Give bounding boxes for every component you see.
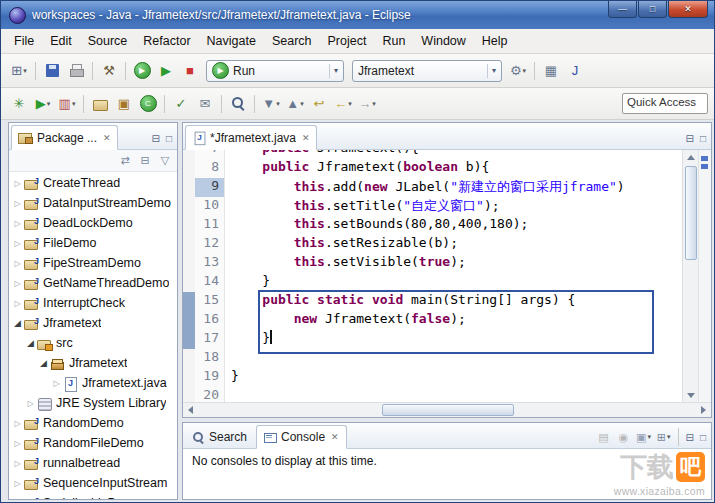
menu-window[interactable]: Window bbox=[413, 31, 473, 51]
mark-task-button[interactable]: ✓ bbox=[170, 93, 192, 115]
maximize-window-button[interactable]: □ bbox=[638, 1, 667, 18]
stop-button[interactable]: ■ bbox=[179, 60, 201, 82]
build-all-button[interactable]: ⚒ bbox=[98, 60, 120, 82]
scroll-up-button[interactable] bbox=[683, 150, 698, 164]
expander-icon[interactable]: ▷ bbox=[11, 179, 24, 188]
horizontal-scroll-thumb[interactable] bbox=[382, 404, 513, 416]
java-perspective-button[interactable]: J bbox=[564, 60, 586, 82]
quick-access-box[interactable]: Quick Access bbox=[622, 93, 708, 114]
link-editor-button[interactable]: ⇄ bbox=[116, 152, 134, 170]
close-icon[interactable]: ✕ bbox=[103, 133, 111, 143]
maximize-view-icon[interactable]: □ bbox=[700, 133, 706, 144]
coverage-button[interactable]: ▥▾ bbox=[56, 93, 78, 115]
new-class-button[interactable]: C bbox=[137, 93, 159, 115]
tree-item-getnamethreaddemo[interactable]: ▷GetNameThreadDemo bbox=[9, 273, 177, 293]
code-line-11[interactable]: 11 this.setBounds(80,80,400,180); bbox=[183, 216, 682, 235]
minimize-window-button[interactable]: — bbox=[608, 1, 637, 18]
clear-console-button[interactable]: ▤ bbox=[595, 428, 613, 446]
last-edit-button[interactable]: ↩ bbox=[308, 93, 330, 115]
titlebar[interactable]: workspaces - Java - Jframetext/src/Jfram… bbox=[1, 1, 714, 29]
tree-item-filedemo[interactable]: ▷FileDemo bbox=[9, 233, 177, 253]
expander-icon[interactable]: ▷ bbox=[11, 459, 24, 468]
tree-item-serializabledemo[interactable]: ▷SerializableDemo bbox=[9, 493, 177, 499]
menu-file[interactable]: File bbox=[6, 31, 42, 51]
menu-refactor[interactable]: Refactor bbox=[135, 31, 198, 51]
code-line-7[interactable]: 7 public Jframetext(){ bbox=[183, 150, 682, 159]
run-history-button[interactable]: ▶▾ bbox=[32, 93, 54, 115]
tab-console[interactable]: Console✕ bbox=[256, 425, 347, 449]
launch-config-combo[interactable]: Jframetext▾ bbox=[352, 60, 502, 82]
tab-search[interactable]: Search bbox=[185, 426, 254, 448]
menu-run[interactable]: Run bbox=[374, 31, 413, 51]
tab-jframetext-java[interactable]: *Jframetext.java ✕ bbox=[185, 125, 317, 150]
menu-edit[interactable]: Edit bbox=[42, 31, 80, 51]
expander-icon[interactable]: ◢ bbox=[37, 358, 50, 368]
tree-item-randomfiledemo[interactable]: ▷RandomFileDemo bbox=[9, 433, 177, 453]
minimize-view-icon[interactable]: ⊟ bbox=[152, 133, 160, 144]
new-package-button[interactable]: ▣ bbox=[113, 93, 135, 115]
tree-item-datainputstreamdemo[interactable]: ▷DataInputStreamDemo bbox=[9, 193, 177, 213]
menu-help[interactable]: Help bbox=[474, 31, 516, 51]
tree-item-randomdemo[interactable]: ▷RandomDemo bbox=[9, 413, 177, 433]
tree-item-deadlockdemo[interactable]: ▷DeadLockDemo bbox=[9, 213, 177, 233]
code-line-10[interactable]: 10 this.setTitle("自定义窗口"); bbox=[183, 197, 682, 216]
tree-item-jframetext-java[interactable]: ▷Jframetext.java bbox=[9, 373, 177, 393]
expander-icon[interactable]: ▷ bbox=[11, 239, 24, 248]
expander-icon[interactable]: ▷ bbox=[11, 499, 24, 500]
vertical-scrollbar[interactable] bbox=[682, 150, 698, 402]
code-line-15[interactable]: 15 public static void main(String[] args… bbox=[183, 292, 682, 311]
menu-navigate[interactable]: Navigate bbox=[199, 31, 264, 51]
scroll-down-button[interactable] bbox=[683, 388, 698, 402]
expander-icon[interactable]: ▷ bbox=[11, 219, 24, 228]
code-area[interactable]: 7 public Jframetext(){8 public Jframetex… bbox=[183, 150, 682, 402]
tree-item-sequenceinputstream[interactable]: ▷SequenceInputStream bbox=[9, 473, 177, 493]
vertical-scroll-thumb[interactable] bbox=[685, 166, 697, 260]
expander-icon[interactable]: ▷ bbox=[11, 299, 24, 308]
code-line-14[interactable]: 14 } bbox=[183, 273, 682, 292]
report-button[interactable]: ✉ bbox=[194, 93, 216, 115]
expander-icon[interactable]: ▷ bbox=[24, 399, 37, 408]
tree-item-jframetext[interactable]: ◢Jframetext bbox=[9, 313, 177, 333]
close-icon[interactable]: ✕ bbox=[302, 133, 310, 143]
tree-item-fipestreamdemo[interactable]: ▷FipeStreamDemo bbox=[9, 253, 177, 273]
ruler-mark[interactable] bbox=[701, 164, 708, 169]
expander-icon[interactable]: ▷ bbox=[50, 379, 63, 388]
code-line-19[interactable]: 19} bbox=[183, 368, 682, 387]
expander-icon[interactable]: ▷ bbox=[11, 259, 24, 268]
print-button[interactable] bbox=[65, 60, 87, 82]
tab-package-explorer[interactable]: Package ... ✕ bbox=[11, 125, 118, 150]
expander-icon[interactable]: ▷ bbox=[11, 199, 24, 208]
minimize-view-icon[interactable]: ⊟ bbox=[686, 432, 694, 443]
prev-annotation-button[interactable]: ▲▾ bbox=[284, 93, 306, 115]
expander-icon[interactable]: ▷ bbox=[11, 419, 24, 428]
menu-source[interactable]: Source bbox=[80, 31, 136, 51]
close-icon[interactable]: ✕ bbox=[331, 432, 339, 442]
horizontal-scroll-track[interactable] bbox=[198, 403, 696, 417]
horizontal-scrollbar[interactable] bbox=[183, 402, 711, 417]
code-line-12[interactable]: 12 this.setResizable(b); bbox=[183, 235, 682, 254]
save-button[interactable] bbox=[41, 60, 63, 82]
tree-item-interruptcheck[interactable]: ▷InterruptCheck bbox=[9, 293, 177, 313]
expander-icon[interactable]: ▷ bbox=[11, 479, 24, 488]
menu-search[interactable]: Search bbox=[264, 31, 320, 51]
tree-item-runnalbetread[interactable]: ▷runnalbetread bbox=[9, 453, 177, 473]
code-line-8[interactable]: 8 public Jframetext(boolean b){ bbox=[183, 159, 682, 178]
new-wizard-button[interactable]: ⊞▾ bbox=[8, 60, 30, 82]
run-button[interactable]: ▶ bbox=[155, 60, 177, 82]
debug-last-button[interactable]: ✳ bbox=[8, 93, 30, 115]
menu-project[interactable]: Project bbox=[320, 31, 375, 51]
tree-item-jre-system-library[interactable]: ▷JRE System Library bbox=[9, 393, 177, 413]
expander-icon[interactable]: ▷ bbox=[11, 439, 24, 448]
expander-icon[interactable]: ◢ bbox=[24, 338, 37, 348]
view-menu-button[interactable]: ▽ bbox=[156, 152, 174, 170]
display-console-button[interactable]: ▣▾ bbox=[635, 428, 653, 446]
code-line-9[interactable]: 9 this.add(new JLabel("新建立的窗口采用jframe") bbox=[183, 178, 682, 197]
minimize-view-icon[interactable]: ⊟ bbox=[686, 133, 694, 144]
code-line-17[interactable]: 17 } bbox=[183, 330, 682, 349]
open-perspective-button[interactable]: ▦ bbox=[540, 60, 562, 82]
open-console-button[interactable]: ⊞▾ bbox=[655, 428, 673, 446]
tree-item-createthread[interactable]: ▷CreateThread bbox=[9, 173, 177, 193]
pin-console-button[interactable]: ◉ bbox=[615, 428, 633, 446]
launch-settings-button[interactable]: ⚙▾ bbox=[507, 60, 529, 82]
tree-item-jframetext[interactable]: ◢Jframetext bbox=[9, 353, 177, 373]
